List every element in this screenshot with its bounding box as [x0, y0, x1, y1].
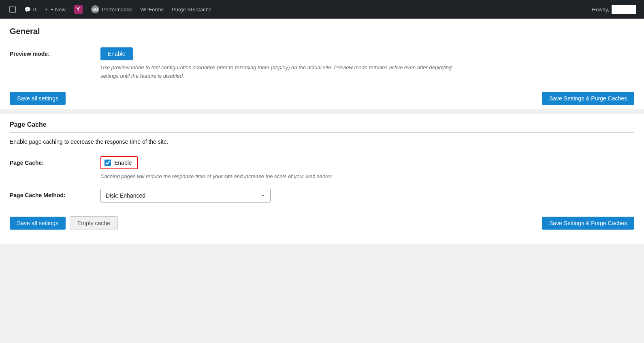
general-section: Preview mode: Enable Use preview mode to…: [10, 43, 634, 109]
page-cache-method-select[interactable]: Disk: Enhanced Disk: Basic Memory: Memca…: [100, 189, 271, 202]
page-cache-checkbox-description: Caching pages will reduce the response t…: [100, 173, 465, 181]
adminbar-user-name: [612, 5, 636, 14]
page-title: General: [10, 27, 634, 36]
section-divider: [0, 109, 644, 114]
adminbar-right: Howdy,: [592, 5, 639, 14]
page-cache-checkbox[interactable]: [104, 160, 111, 166]
plus-icon: +: [44, 6, 48, 13]
wp-icon: ❑: [9, 4, 16, 14]
page-cache-method-row: Page Cache Method: Disk: Enhanced Disk: …: [10, 185, 634, 207]
page-cache-method-control: Disk: Enhanced Disk: Basic Memory: Memca…: [100, 189, 634, 202]
general-button-row: Save all settings Save Settings & Purge …: [10, 85, 634, 109]
main-content: General Preview mode: Enable Use preview…: [0, 19, 644, 244]
adminbar-wp-logo[interactable]: ❑: [5, 0, 20, 19]
yoast-icon: Y: [74, 5, 83, 14]
new-label: + New: [51, 6, 66, 13]
howdy-label: Howdy,: [592, 6, 609, 13]
enable-preview-button[interactable]: Enable: [100, 47, 133, 60]
page-cache-checkbox-wrapper[interactable]: Enable: [100, 156, 138, 169]
comment-icon: 💬: [24, 6, 31, 13]
preview-mode-description: Use preview mode to test configuration s…: [100, 64, 465, 81]
bottom-left-buttons: Save all settings Empty cache: [10, 216, 118, 230]
performance-label: Performance: [102, 6, 132, 13]
page-cache-section: Page Cache Enable page caching to decrea…: [10, 114, 634, 234]
bottom-button-row: Save all settings Empty cache Save Setti…: [10, 207, 634, 234]
page-cache-row: Page Cache: Enable Caching pages will re…: [10, 152, 634, 185]
page-cache-method-label: Page Cache Method:: [10, 189, 91, 198]
save-settings-purge-caches-button-bottom[interactable]: Save Settings & Purge Caches: [542, 217, 634, 230]
page-cache-enable-label: Enable: [114, 160, 132, 166]
page-cache-section-title: Page Cache: [10, 114, 634, 133]
save-all-settings-button-bottom[interactable]: Save all settings: [10, 217, 66, 230]
comment-count: 0: [33, 6, 36, 13]
preview-mode-control: Enable Use preview mode to test configur…: [100, 47, 634, 81]
adminbar-wpforms[interactable]: WPForms: [136, 0, 168, 19]
adminbar-new[interactable]: + + New: [40, 0, 70, 19]
admin-bar: ❑ 💬 0 + + New Y SG Performance WPForms P…: [0, 0, 644, 19]
svg-text:SG: SG: [92, 7, 98, 12]
adminbar-yoast[interactable]: Y: [70, 0, 87, 19]
page-cache-control: Enable Caching pages will reduce the res…: [100, 156, 634, 181]
sg-icon: SG: [91, 5, 100, 14]
page-cache-label: Page Cache:: [10, 156, 91, 166]
adminbar-purge-sg-cache[interactable]: Purge SG Cache: [168, 0, 215, 19]
preview-mode-label: Preview mode:: [10, 47, 91, 57]
adminbar-performance[interactable]: SG Performance: [87, 0, 136, 19]
preview-mode-row: Preview mode: Enable Use preview mode to…: [10, 43, 634, 85]
purge-sg-cache-label: Purge SG Cache: [172, 6, 211, 13]
page-cache-description: Enable page caching to decrease the resp…: [10, 138, 634, 145]
adminbar-comments[interactable]: 💬 0: [20, 0, 40, 19]
empty-cache-button[interactable]: Empty cache: [70, 216, 118, 230]
save-settings-purge-caches-button-top[interactable]: Save Settings & Purge Caches: [542, 92, 634, 105]
save-all-settings-button-top[interactable]: Save all settings: [10, 92, 66, 105]
wpforms-label: WPForms: [140, 6, 164, 13]
